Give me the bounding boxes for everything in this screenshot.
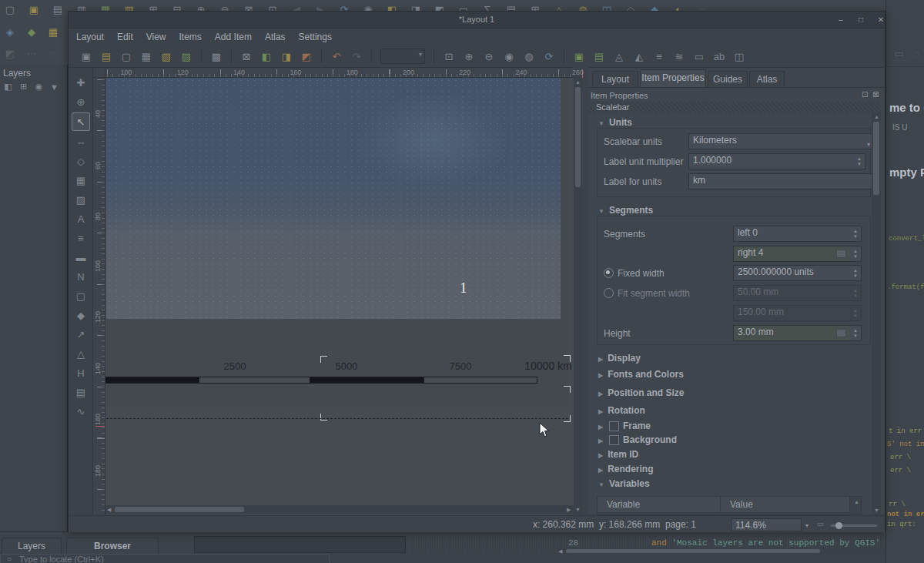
layout-manager-icon[interactable]: ▧ (158, 48, 175, 65)
section-position-and-size[interactable]: ▶Position and Size (598, 387, 685, 398)
menu-view[interactable]: View (146, 32, 166, 42)
frame-checkbox[interactable] (609, 421, 619, 431)
add-picture-icon[interactable]: ▨ (72, 191, 89, 208)
fixed-width-spinner[interactable]: ▲▼ (850, 265, 862, 281)
style-dots-icon[interactable]: ⋯ (23, 45, 40, 62)
zoom-in-icon[interactable]: ⊕ (460, 48, 477, 65)
data-defined-icon[interactable] (836, 250, 846, 258)
height-spinner[interactable]: ▲▼ (850, 325, 862, 341)
add-arrow-icon[interactable]: ↗ (72, 326, 89, 343)
menu-edit[interactable]: Edit (117, 32, 133, 42)
open-project-icon[interactable]: ▤ (49, 1, 66, 18)
scroll-up-icon[interactable]: ▲ (575, 79, 581, 85)
maximize-button[interactable]: □ (853, 14, 869, 26)
label-unit-multiplier-input[interactable]: 1.000000 (688, 153, 863, 169)
toolbar-combo[interactable] (380, 49, 425, 64)
zoom-level-combo[interactable]: 114.6% (731, 518, 802, 531)
add-marker-icon[interactable]: ◆ (72, 307, 89, 323)
export-as-pdf-icon[interactable]: ◩ (298, 48, 315, 65)
tab-browser[interactable]: Browser (66, 538, 159, 554)
zoom-full-icon[interactable]: ⊡ (440, 48, 457, 65)
section-variables[interactable]: ▼Variables (598, 478, 650, 489)
add-items-from-template-icon[interactable]: ▩ (208, 48, 225, 65)
zoom-to-width-icon[interactable]: ◍ (521, 48, 537, 65)
scalebar-units-dropdown[interactable]: Kilometers ▾ (688, 133, 875, 149)
scroll-up-icon[interactable]: ▲ (874, 113, 879, 120)
close-button[interactable]: ✕ (873, 14, 889, 26)
pan-layout-icon[interactable]: ✚ (72, 74, 89, 91)
new-project-icon[interactable]: ▣ (25, 1, 42, 18)
raise-items-icon[interactable]: ◬ (611, 48, 628, 65)
tab-item-properties[interactable]: Item Properties (640, 69, 706, 88)
scroll-down-icon[interactable]: ▼ (575, 506, 581, 513)
add-vector-layer-icon[interactable]: ◆ (23, 23, 40, 40)
layout-canvas[interactable]: 1 2500 5000 7500 10000 km (105, 78, 574, 514)
add-map-icon[interactable]: ▦ (72, 172, 89, 189)
canvas-hscrollbar[interactable]: ◀ ▶ (105, 505, 574, 514)
redo-icon[interactable]: ↷ (348, 48, 365, 65)
layout-titlebar[interactable]: *Layout 1 – □ ✕ (69, 12, 885, 28)
zoom-out-icon[interactable]: ⊖ (480, 48, 497, 65)
variables-col-value[interactable]: Value (721, 497, 850, 512)
menu-items[interactable]: Items (179, 32, 202, 42)
selection-handle[interactable] (564, 386, 571, 393)
segments-left-input[interactable]: left 0 (733, 226, 859, 242)
tab-layers[interactable]: Layers (2, 538, 62, 554)
scroll-up-icon[interactable]: ▲ (854, 498, 859, 505)
segments-left-spinner[interactable]: ▲▼ (850, 226, 862, 242)
add-label-icon[interactable]: A (72, 210, 89, 227)
background-checkbox[interactable] (609, 435, 619, 445)
fixed-width-input[interactable]: 2500.000000 units (733, 265, 859, 281)
remove-layer-icon[interactable]: ✕ (63, 80, 66, 93)
open-data-source-manager-icon[interactable]: ▢ (2, 1, 18, 18)
section-display[interactable]: ▶Display (598, 353, 641, 364)
item-text-icon[interactable]: ab (711, 48, 728, 65)
add-shape-icon[interactable]: ▢ (72, 287, 89, 304)
scalebar-item[interactable] (105, 377, 537, 384)
section-fonts-and-colors[interactable]: ▶Fonts and Colors (598, 369, 684, 380)
scroll-left-icon[interactable]: ◀ (107, 506, 111, 513)
canvas-vscrollbar[interactable]: ▲ ▼ (574, 78, 582, 514)
data-defined-icon[interactable] (836, 329, 846, 337)
map-item[interactable]: 1 (106, 78, 561, 319)
scroll-left-icon[interactable]: ◀ (558, 548, 562, 555)
locator-bar[interactable]: ○ Type to locate (Ctrl+K) (0, 554, 330, 563)
scroll-down-icon[interactable]: ▼ (874, 507, 879, 514)
lock-items-icon[interactable]: ▤ (591, 48, 608, 65)
section-rendering[interactable]: ▶Rendering (598, 464, 654, 474)
group-units-header[interactable]: ▼Units (598, 117, 632, 128)
label-unit-multiplier-spinner[interactable]: ▲▼ (854, 153, 865, 169)
filter-legend-icon[interactable]: ▼ (48, 80, 61, 93)
select-move-item-icon[interactable]: ↖ (72, 112, 90, 131)
lower-items-icon[interactable]: ◭ (631, 48, 648, 65)
data-source-manager-icon[interactable]: ◈ (2, 23, 18, 40)
zoom-actual-icon[interactable]: ◉ (500, 48, 517, 65)
zoom-slider-thumb[interactable] (835, 522, 842, 529)
add-group-icon[interactable]: ⊞ (17, 80, 30, 93)
selection-handle[interactable] (320, 356, 327, 363)
panels-icon[interactable]: ◫ (731, 48, 748, 65)
print-layout-icon[interactable]: ⊠ (238, 48, 255, 65)
new-layout-icon[interactable]: ▢ (118, 48, 135, 65)
fixed-width-radio[interactable] (604, 268, 614, 278)
add-north-arrow-icon[interactable]: N (72, 268, 89, 285)
add-attribute-table-icon[interactable]: ▤ (72, 384, 89, 400)
scroll-right-icon[interactable]: ▶ (567, 506, 571, 513)
revert-layout-icon[interactable]: ↶ (328, 48, 345, 65)
save-project-as-icon[interactable]: ▤ (98, 48, 115, 65)
vertex-tool-icon[interactable]: ◩ (2, 45, 18, 62)
menu-layout[interactable]: Layout (76, 32, 104, 42)
close-panel-icon[interactable]: ⊠ (872, 90, 879, 99)
export-as-image-icon[interactable]: ◧ (258, 48, 275, 65)
zoom-slider[interactable] (831, 524, 877, 527)
terminal-hscrollbar[interactable]: ◀ (557, 548, 919, 554)
save-as-template-icon[interactable]: ▨ (178, 48, 195, 65)
resize-items-icon[interactable]: ▭ (691, 48, 708, 65)
variables-col-variable[interactable]: Variable (598, 497, 721, 512)
tab-atlas[interactable]: Atlas (749, 71, 785, 88)
group-segments-header[interactable]: ▼Segments (598, 205, 653, 216)
float-panel-icon[interactable]: ⊡ (862, 90, 868, 99)
selection-handle[interactable] (320, 414, 327, 421)
refresh-view-icon[interactable]: ⟳ (541, 48, 557, 65)
move-item-content-icon[interactable]: ⇔ (72, 133, 89, 150)
